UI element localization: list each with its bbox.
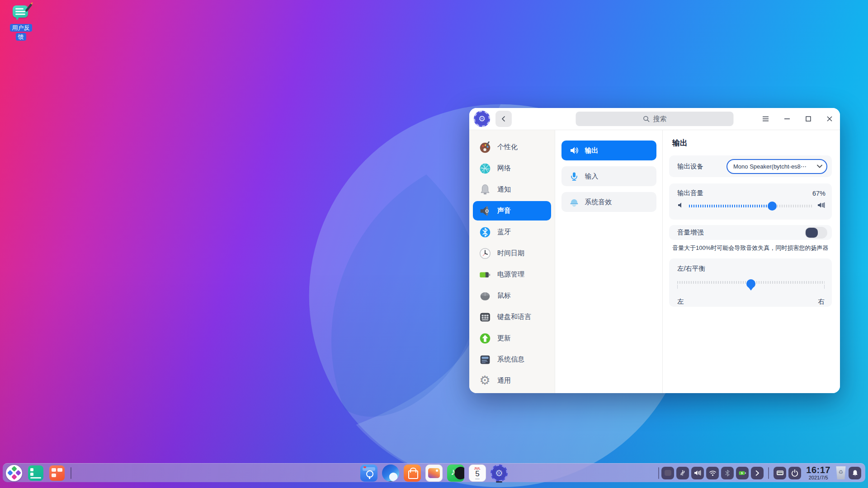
launcher-icon[interactable]: [6, 465, 22, 481]
volume-boost-toggle[interactable]: [805, 227, 827, 239]
output-volume-label: 输出音量: [677, 189, 703, 197]
minimize-button[interactable]: [776, 108, 797, 130]
dock: ♪ JUL 5: [3, 463, 865, 482]
sound-effect-icon: [569, 197, 580, 207]
usb-icon: [679, 469, 686, 477]
speaker-icon: [477, 203, 492, 218]
nav-item-input[interactable]: 输入: [561, 166, 656, 186]
multitasking-view-icon[interactable]: [28, 465, 43, 481]
tray-expand-button[interactable]: [751, 467, 764, 479]
tray-separator: [768, 467, 769, 479]
trash-icon[interactable]: ♻: [835, 466, 846, 479]
chevron-right-icon: [755, 470, 760, 476]
clock-icon: [477, 246, 492, 261]
sidebar: 个性化 网络 通知: [469, 130, 555, 393]
tray: 16:17 2021/7/5 ♻: [658, 464, 861, 482]
palette-icon: [477, 140, 492, 155]
notification-tray-icon[interactable]: [849, 467, 861, 479]
power-icon: [791, 469, 799, 477]
onscreen-keyboard-tray-icon[interactable]: [774, 467, 786, 479]
chevron-left-icon: [500, 115, 507, 122]
running-indicator: [496, 481, 502, 483]
sidebar-item-notifications[interactable]: 通知: [473, 180, 551, 199]
output-device-card: 输出设备 Mono Speaker(bytcht-es8⋯: [669, 155, 832, 177]
sidebar-item-sound[interactable]: 声音: [473, 201, 551, 221]
maximize-button[interactable]: [797, 108, 819, 130]
clock[interactable]: 16:17 2021/7/5: [806, 465, 830, 480]
balance-card: 左/右平衡 左 右: [669, 258, 832, 307]
file-manager-icon[interactable]: [360, 465, 377, 482]
balance-slider[interactable]: [677, 278, 825, 287]
gear-icon: ⚙: [477, 373, 492, 388]
sidebar-item-datetime[interactable]: 时间日期: [473, 244, 551, 263]
time-text: 16:17: [806, 465, 830, 474]
minimize-icon: [783, 115, 791, 122]
search-placeholder: 搜索: [653, 115, 667, 123]
desktop: 用户反馈 搜索: [0, 0, 868, 488]
output-device-dropdown[interactable]: Mono Speaker(bytcht-es8⋯: [726, 159, 827, 174]
balance-tick-left: [677, 285, 678, 289]
sidebar-item-mouse[interactable]: 鼠标: [473, 286, 551, 305]
volume-slider-handle[interactable]: [768, 202, 777, 211]
wifi-icon: [709, 470, 717, 476]
hamburger-icon: [762, 116, 769, 122]
volume-tray-icon[interactable]: [691, 467, 704, 479]
show-desktop-icon[interactable]: [49, 465, 65, 481]
volume-high-icon[interactable]: [817, 202, 826, 211]
search-icon: [643, 115, 650, 122]
sidebar-item-power[interactable]: 电源管理: [473, 265, 551, 284]
bell-icon: [477, 182, 492, 197]
sidebar-item-bluetooth[interactable]: 蓝牙: [473, 222, 551, 242]
display-tray-icon[interactable]: [661, 467, 674, 479]
volume-slider[interactable]: [689, 201, 813, 211]
network-icon: [477, 161, 492, 176]
sidebar-item-keyboard-language[interactable]: 键盘和语言: [473, 307, 551, 327]
search-input[interactable]: 搜索: [576, 112, 734, 126]
power-tray-icon[interactable]: [788, 467, 801, 479]
battery-tray-icon[interactable]: [736, 467, 749, 479]
bluetooth-icon: [725, 469, 730, 477]
bluetooth-tray-icon[interactable]: [721, 467, 734, 479]
usb-tray-icon[interactable]: [676, 467, 689, 479]
close-button[interactable]: [819, 108, 840, 130]
close-icon: [826, 115, 833, 122]
volume-low-icon[interactable]: [677, 202, 684, 211]
balance-slider-handle[interactable]: [746, 279, 755, 288]
menu-button[interactable]: [755, 108, 776, 130]
output-device-value: Mono Speaker(bytcht-es8⋯: [733, 163, 817, 170]
nav-item-system-sound[interactable]: 系统音效: [561, 192, 656, 212]
back-button[interactable]: [495, 111, 512, 127]
dock-left-group: [6, 464, 71, 482]
sidebar-item-general[interactable]: ⚙ 通用: [473, 371, 551, 390]
wifi-tray-icon[interactable]: [706, 467, 719, 479]
system-info-icon: [477, 352, 492, 367]
sidebar-item-personalization[interactable]: 个性化: [473, 137, 551, 157]
output-device-label: 输出设备: [677, 162, 703, 171]
volume-boost-card: 音量增强: [669, 225, 832, 240]
music-icon[interactable]: ♪: [447, 465, 464, 482]
balance-right-label: 右: [818, 297, 825, 306]
balance-tick-right: [824, 285, 825, 289]
sidebar-item-network[interactable]: 网络: [473, 159, 551, 178]
toggle-knob: [806, 228, 818, 238]
app-store-icon[interactable]: [404, 465, 421, 482]
recycle-icon: ♻: [839, 469, 844, 475]
nav-item-output[interactable]: 输出: [561, 141, 656, 160]
browser-icon[interactable]: [382, 465, 399, 482]
volume-boost-label: 音量增强: [677, 228, 703, 237]
balance-left-label: 左: [677, 297, 684, 306]
control-center-window: 搜索: [469, 108, 840, 393]
photos-icon[interactable]: [425, 465, 443, 482]
calendar-icon[interactable]: JUL 5: [469, 465, 486, 482]
dock-separator: [71, 467, 71, 479]
sidebar-item-updates[interactable]: 更新: [473, 328, 551, 348]
balance-label: 左/右平衡: [677, 264, 825, 273]
tray-separator: [658, 467, 659, 479]
feedback-label: 用户反馈: [8, 23, 33, 42]
sidebar-item-system-info[interactable]: 系统信息: [473, 350, 551, 369]
feedback-desktop-icon[interactable]: 用户反馈: [8, 4, 33, 42]
control-center-dock-icon[interactable]: [491, 465, 508, 482]
date-text: 2021/7/5: [806, 475, 830, 480]
music-note-icon: ♪: [451, 467, 456, 476]
update-icon: [477, 331, 492, 346]
